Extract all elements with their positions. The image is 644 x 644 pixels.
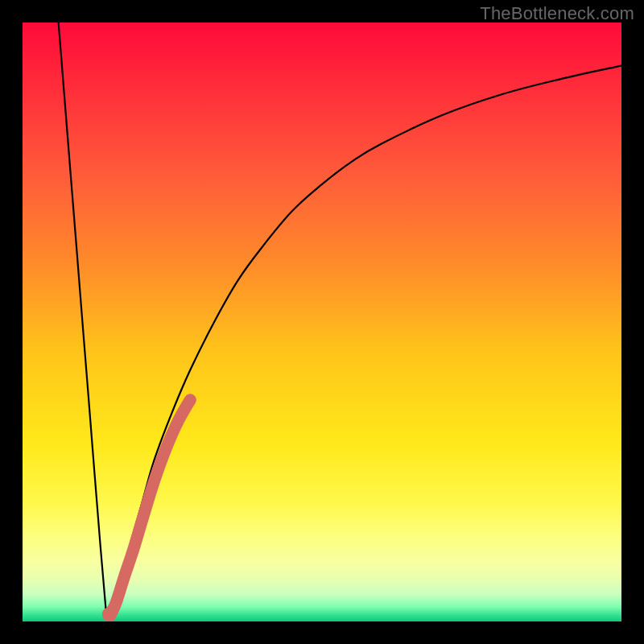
bottleneck-chart [23,23,621,621]
plot-area [23,23,621,621]
gradient-background [23,23,621,621]
watermark-text: TheBottleneck.com [480,3,634,24]
chart-frame: TheBottleneck.com [0,0,644,644]
